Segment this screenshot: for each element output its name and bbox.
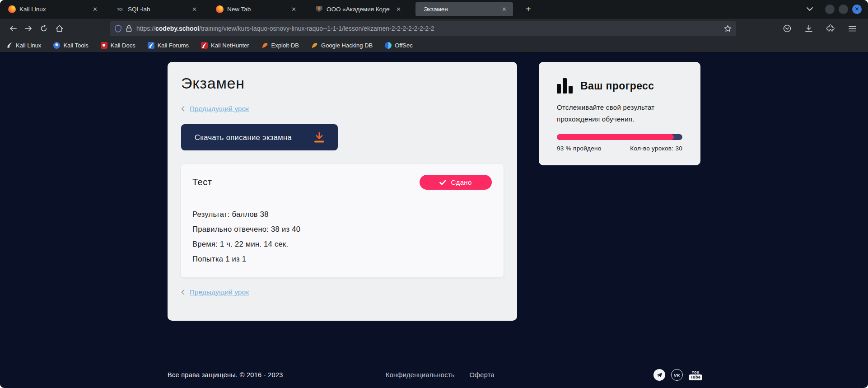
result-attempt: Попытка 1 из 1 (192, 255, 492, 263)
tab-close-icon[interactable]: ✕ (190, 6, 199, 13)
progress-fill (557, 134, 674, 140)
status-badge-passed: Сдано (420, 175, 492, 190)
result-correct: Правильно отвечено: 38 из 40 (192, 225, 492, 234)
bookmark-kali-forums[interactable]: Kali Forums (148, 42, 189, 49)
offsec-icon (385, 42, 392, 49)
bookmark-google-hacking-db[interactable]: Google Hacking DB (311, 42, 373, 49)
new-tab-button[interactable]: + (521, 4, 536, 14)
list-all-tabs-chevron-icon[interactable] (806, 7, 813, 11)
result-time: Время: 1 ч. 22 мин. 14 сек. (192, 240, 492, 248)
chevron-left-icon (181, 290, 185, 295)
page-title: Экзамен (181, 75, 504, 92)
tab-title: New Tab (227, 6, 285, 13)
exploit-db-bird-icon (261, 42, 268, 48)
window-controls: ✕ (825, 5, 862, 14)
tab-title: SQL-lab (128, 6, 186, 13)
maximize-button[interactable] (839, 5, 848, 14)
bookmark-kali-nethunter[interactable]: Kali NetHunter (201, 42, 249, 49)
menu-hamburger-icon[interactable] (845, 21, 860, 36)
sql-icon: SQL (117, 5, 124, 13)
minimize-button[interactable] (825, 5, 835, 14)
download-exam-description-button[interactable]: Скачать описание экзамна (181, 124, 338, 150)
lessons-count-label: Кол-во уроков: 30 (630, 145, 682, 152)
close-window-button[interactable]: ✕ (852, 5, 862, 14)
tab-sql-lab[interactable]: SQL SQL-lab ✕ (112, 2, 203, 16)
progress-percent-label: 93 % пройдено (557, 145, 602, 152)
kali-tools-icon (53, 42, 60, 49)
test-result-card: Тест Сдано Результат: баллов 38 Правильн… (181, 164, 504, 277)
tab-close-icon[interactable]: ✕ (91, 6, 99, 13)
progress-description: Отслеживайте свой результат прохождения … (557, 102, 670, 125)
bookmark-offsec[interactable]: OffSec (385, 42, 413, 49)
url-bar[interactable]: https://codeby.school/training/view/kurs… (110, 21, 736, 36)
tab-bar: Kali Linux ✕ SQL SQL-lab ✕ New Tab ✕ ООО… (0, 0, 868, 18)
tab-kali-linux[interactable]: Kali Linux ✕ (4, 2, 104, 16)
firefox-icon (8, 5, 16, 13)
prev-lesson-link-top[interactable]: Предыдущий урок (181, 105, 504, 112)
bookmark-kali-docs[interactable]: Kali Docs (101, 42, 135, 49)
bookmark-star-icon[interactable] (724, 25, 732, 32)
bookmarks-bar: Kali Linux Kali Tools Kali Docs Kali For… (0, 38, 868, 52)
firefox-icon (216, 5, 224, 13)
result-score: Результат: баллов 38 (192, 210, 492, 219)
bookmark-kali-tools[interactable]: Kali Tools (53, 42, 88, 49)
kali-dragon-icon (6, 42, 13, 48)
progress-card: Ваш прогресс Отслеживайте свой результат… (539, 62, 700, 165)
exam-card: Экзамен Предыдущий урок Скачать описание… (168, 62, 517, 321)
social-links: VK You Tube (653, 369, 702, 381)
reload-icon[interactable] (36, 21, 51, 36)
download-icon (313, 131, 325, 144)
telegram-icon[interactable] (653, 369, 665, 381)
tab-close-icon[interactable]: ✕ (289, 6, 298, 13)
tab-title: ООО «Академия Кодеба (327, 6, 390, 13)
vk-icon[interactable]: VK (671, 369, 683, 381)
tab-new-tab[interactable]: New Tab ✕ (211, 2, 303, 16)
youtube-icon[interactable]: You Tube (689, 370, 702, 380)
tab-close-icon[interactable]: ✕ (500, 6, 509, 13)
prev-lesson-link-bottom[interactable]: Предыдущий урок (181, 288, 504, 296)
google-hacking-db-bird-icon (311, 42, 318, 48)
page-content: Экзамен Предыдущий урок Скачать описание… (0, 52, 868, 388)
browser-window: Kali Linux ✕ SQL SQL-lab ✕ New Tab ✕ ООО… (0, 0, 868, 388)
tab-close-icon[interactable]: ✕ (394, 6, 403, 13)
chevron-left-icon (181, 106, 185, 112)
downloads-icon[interactable] (801, 21, 817, 36)
shield-icon (315, 5, 323, 13)
test-results: Результат: баллов 38 Правильно отвечено:… (192, 210, 492, 263)
progress-title: Ваш прогресс (580, 80, 654, 92)
privacy-link[interactable]: Конфиденциальность (386, 371, 454, 379)
tab-ekzamen-active[interactable]: Экзамен ✕ (415, 2, 513, 16)
lock-icon[interactable] (126, 25, 132, 32)
bar-chart-icon (557, 78, 573, 93)
tab-academy[interactable]: ООО «Академия Кодеба ✕ (311, 2, 407, 16)
tracking-protection-shield-icon[interactable] (115, 25, 121, 33)
url-text[interactable]: https://codeby.school/training/view/kurs… (136, 25, 724, 32)
copyright-text: Все права защищены. © 2016 - 2023 (168, 371, 283, 379)
tab-title: Kali Linux (19, 6, 86, 13)
forward-icon[interactable] (21, 21, 36, 36)
pocket-save-icon[interactable] (779, 21, 795, 36)
progress-bar (557, 134, 682, 140)
check-icon (439, 180, 446, 185)
divider (192, 198, 492, 198)
bookmark-kali-linux[interactable]: Kali Linux (6, 42, 41, 49)
bookmark-exploit-db[interactable]: Exploit-DB (261, 42, 299, 49)
navigation-toolbar: https://codeby.school/training/view/kurs… (0, 18, 868, 38)
back-icon[interactable] (5, 21, 21, 36)
offer-link[interactable]: Оферта (469, 371, 494, 379)
extensions-puzzle-icon[interactable] (823, 21, 838, 36)
footer: Все права защищены. © 2016 - 2023 Конфид… (168, 368, 702, 382)
home-icon[interactable] (51, 21, 67, 36)
tab-title: Экзамен (424, 6, 495, 13)
test-title: Тест (192, 177, 212, 187)
